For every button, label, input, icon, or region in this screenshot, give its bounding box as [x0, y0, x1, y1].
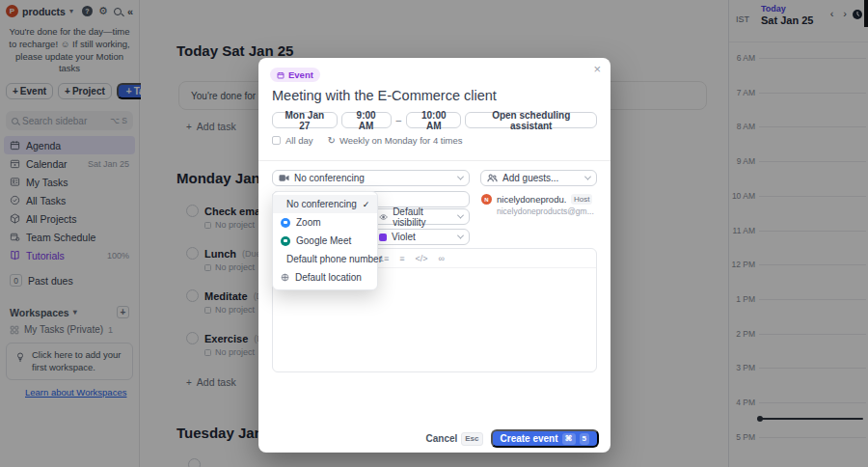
menu-item-google-meet[interactable]: Google Meet [273, 232, 377, 250]
visibility-select[interactable]: Default visibility [372, 208, 470, 225]
violet-color-swatch [379, 234, 387, 241]
chevron-down-icon [584, 174, 591, 180]
video-icon [279, 174, 289, 182]
zoom-icon [281, 218, 290, 228]
all-day-label: All day [285, 135, 313, 146]
eye-icon [379, 213, 388, 221]
conferencing-dropdown-menu: No conferencing ✓ Zoom Google Meet Defau… [272, 191, 378, 290]
people-icon [487, 174, 498, 182]
cmd-kbd: ⌘ [562, 433, 576, 445]
chevron-down-icon [457, 233, 464, 239]
check-icon: ✓ [363, 200, 370, 209]
divider [258, 160, 610, 161]
conferencing-select[interactable]: No conferencing [272, 170, 470, 186]
add-guests-select[interactable]: Add guests... [480, 170, 597, 186]
google-meet-icon [281, 236, 290, 246]
end-time-button[interactable]: 10:00 AM [406, 112, 461, 128]
create-event-button[interactable]: Create event ⌘ 5 [491, 429, 599, 448]
menu-item-default-phone-number[interactable]: Default phone number [273, 250, 377, 268]
event-date-button[interactable]: Mon Jan 27 [272, 112, 338, 128]
chevron-down-icon [457, 174, 464, 180]
esc-kbd: Esc [461, 432, 482, 446]
num-kbd: 5 [580, 433, 589, 445]
time-range-dash: – [396, 115, 402, 125]
guest-email: nicelydoneproducts@gm... [497, 206, 594, 216]
close-icon[interactable]: × [593, 62, 601, 76]
open-scheduling-assistant-button[interactable]: Open scheduling assistant [465, 112, 597, 128]
cancel-button[interactable]: Cancel Esc [425, 432, 482, 446]
globe-icon [281, 273, 289, 282]
menu-item-default-location[interactable]: Default location [273, 268, 377, 287]
bullet-list-icon[interactable]: ≡ [399, 254, 404, 263]
event-title-input[interactable]: Meeting with the E-Commerce client [272, 88, 497, 103]
avatar: N [481, 194, 492, 205]
guest-host-row: N nicelydoneprodu... Host [481, 194, 592, 205]
menu-item-zoom[interactable]: Zoom [273, 213, 377, 232]
guest-name: nicelydoneprodu... [497, 194, 566, 205]
repeat-icon: ↻ [328, 135, 336, 146]
host-badge: Host [571, 194, 592, 205]
menu-item-no-conferencing[interactable]: No conferencing ✓ [273, 195, 377, 213]
chevron-down-icon [457, 212, 464, 219]
code-icon[interactable]: </> [416, 254, 428, 263]
event-color-select[interactable]: Violet [372, 229, 470, 245]
event-type-badge: Event [270, 68, 320, 82]
recurrence-setting[interactable]: ↻ Weekly on Monday for 4 times [328, 135, 463, 146]
start-time-button[interactable]: 9:00 AM [341, 112, 392, 128]
calendar-icon [277, 71, 285, 79]
all-day-checkbox[interactable] [272, 136, 281, 145]
link-icon[interactable]: ∞ [439, 254, 445, 263]
